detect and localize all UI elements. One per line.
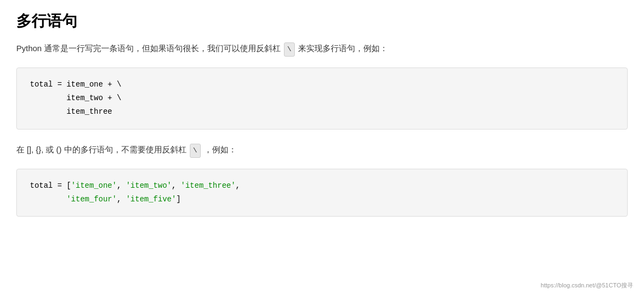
code-line-2: item_two + \ [30, 91, 614, 105]
description-1-text-before: Python 通常是一行写完一条语句，但如果语句很长，我们可以使用反斜杠 [16, 44, 283, 53]
code-line-3: item_three [30, 105, 614, 119]
description-1-text-after: 来实现多行语句，例如： [298, 44, 388, 53]
backslash-badge-2: \ [190, 144, 201, 158]
code-block-1: total = item_one + \ item_two + \ item_t… [16, 67, 628, 130]
watermark: https://blog.csdn.net/@51CTO搜寻 [541, 281, 633, 290]
code2-line-1: total = ['item_one', 'item_two', 'item_t… [30, 179, 614, 193]
page-title: 多行语句 [16, 11, 628, 32]
backslash-badge-1: \ [284, 42, 295, 57]
description-paragraph-2: 在 [], {}, 或 () 中的多行语句，不需要使用反斜杠 \ ，例如： [16, 143, 628, 158]
description-paragraph-1: Python 通常是一行写完一条语句，但如果语句很长，我们可以使用反斜杠 \ 来… [16, 41, 628, 57]
code2-line-2: 'item_four', 'item_five'] [30, 193, 614, 206]
description-2-text-after: ，例如： [204, 145, 237, 154]
code-line-1: total = item_one + \ [30, 78, 614, 91]
code-block-2: total = ['item_one', 'item_two', 'item_t… [16, 169, 628, 217]
description-2-text-before: 在 [], {}, 或 () 中的多行语句，不需要使用反斜杠 [16, 145, 189, 154]
